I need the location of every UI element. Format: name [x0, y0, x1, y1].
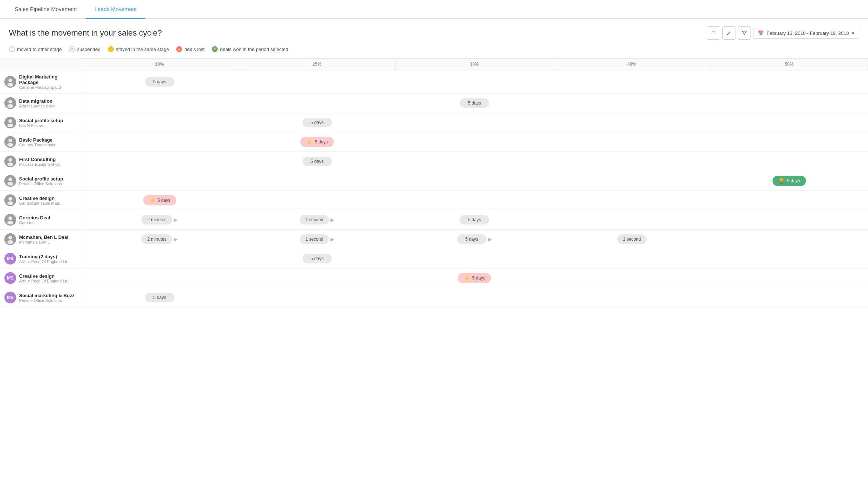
- stage-slot: [396, 297, 553, 298]
- stage-slot: [238, 180, 396, 182]
- deal-company: Correios: [19, 220, 50, 225]
- stage-slot: [553, 277, 711, 279]
- stage-slot: 5 days: [238, 117, 396, 128]
- tab-bar: Sales Pipeline Movement Leads Movement: [0, 0, 868, 19]
- stage-slot: [81, 122, 239, 123]
- avatar: [4, 136, 16, 148]
- avatar: [4, 156, 16, 167]
- deal-company: Arthur Price Of England Ltd: [19, 259, 69, 264]
- stage-slot: 1 second: [553, 234, 711, 245]
- date-picker-button[interactable]: 📅 February 13, 2018 - February 19, 2018 …: [753, 28, 859, 39]
- stage-bar[interactable]: ⚡5 days: [143, 195, 176, 205]
- menu-button[interactable]: ≡: [707, 26, 720, 40]
- svg-point-10: [8, 139, 12, 142]
- svg-point-5: [7, 104, 13, 108]
- svg-point-13: [8, 158, 12, 162]
- stage-slot: [710, 238, 868, 240]
- deal-info: Data migrationAlfa Insurance Corp: [4, 97, 76, 109]
- stage-bar[interactable]: 5 days: [145, 77, 174, 87]
- table-row: Digital Marketing PackageCaroline Packag…: [0, 70, 868, 94]
- stage-slot: 1 second▶: [238, 234, 396, 245]
- stage-slot: 5 days: [81, 76, 239, 87]
- stage-bar[interactable]: 5 days: [303, 254, 332, 263]
- deal-info: MSSocial marketing & BuzzPerkins Office …: [4, 292, 76, 303]
- expand-button[interactable]: ⤢: [722, 26, 735, 40]
- tab-leads-movement[interactable]: Leads Movement: [86, 0, 145, 19]
- avatar: [4, 117, 16, 128]
- deal-name: Creative design: [19, 273, 69, 279]
- deal-company: Mcmahan, Ben L: [19, 240, 68, 244]
- deal-name: Social profile setup: [19, 176, 63, 182]
- stage-slot: [396, 81, 553, 83]
- stage-bar[interactable]: ⚡5 days: [458, 273, 491, 283]
- stage-bar[interactable]: 5 days: [145, 293, 174, 302]
- stage-slot: 5 days: [81, 292, 239, 303]
- stage-bar[interactable]: 5 days: [457, 234, 487, 244]
- tab-sales-pipeline[interactable]: Sales Pipeline Movement: [6, 0, 86, 19]
- stage-slot: [238, 297, 396, 298]
- deal-info: Social profile setupBits N Pizzas: [4, 117, 76, 128]
- stage-slot: ⚡5 days: [238, 136, 396, 148]
- deal-name: Training (2 days): [19, 254, 69, 259]
- stage-slot: [396, 161, 553, 162]
- stage-slot: [553, 81, 711, 83]
- avatar: [4, 175, 16, 187]
- svg-point-1: [8, 79, 12, 82]
- stage-bar[interactable]: 1 second: [300, 234, 329, 244]
- stage-slot: 2 minutes▶: [81, 214, 239, 225]
- avatar: MS: [4, 253, 16, 264]
- stage-bar[interactable]: 5 days: [460, 215, 489, 225]
- stage-bar[interactable]: ⚡5 days: [300, 137, 333, 147]
- deal-column-header: [0, 58, 81, 70]
- stage-slot: [553, 161, 711, 162]
- stage-arrow: ▶: [330, 217, 334, 223]
- stage-slot: [81, 258, 239, 259]
- legend-won-label: deals won in the period selected: [220, 47, 288, 52]
- deal-info: Mcmahan, Ben L DealMcmahan, Ben L: [4, 233, 76, 245]
- legend-moved-label: moved to other stage: [17, 47, 62, 52]
- stages-cell: ⚡5 days: [81, 269, 868, 288]
- stage-bar[interactable]: 🏆5 days: [773, 176, 806, 186]
- stage-slot: 5 days: [396, 98, 553, 109]
- stages-cell: 5 days: [81, 113, 868, 132]
- stage-slot: ⚡5 days: [396, 272, 553, 284]
- stage-slot: [238, 81, 396, 83]
- stage-slot: [81, 180, 239, 182]
- tabs-container: Sales Pipeline Movement Leads Movement: [0, 0, 868, 19]
- stages-cell: 2 minutes▶1 second▶5 days: [81, 210, 868, 230]
- stage-bar[interactable]: 5 days: [303, 118, 332, 127]
- stage-bar[interactable]: 5 days: [460, 98, 489, 108]
- stage-slot: 5 days: [238, 253, 396, 264]
- calendar-icon: 📅: [758, 30, 764, 36]
- stage-slot: [81, 277, 239, 279]
- stage-bar[interactable]: 2 minutes: [141, 234, 172, 244]
- svg-point-22: [8, 216, 12, 220]
- filter-button[interactable]: [738, 26, 751, 40]
- deal-cell: Correios DealCorreios: [0, 210, 81, 230]
- stage-bar[interactable]: 1 second: [300, 215, 329, 225]
- stage-header-40: 40%: [553, 58, 711, 70]
- stage-bar[interactable]: 5 days: [303, 157, 332, 166]
- svg-point-26: [7, 240, 13, 244]
- stage-header-50: 50%: [710, 58, 868, 70]
- svg-point-11: [7, 143, 13, 147]
- stage-bar[interactable]: 1 second: [617, 234, 647, 244]
- stage-slot: [553, 102, 711, 104]
- deal-info: MSTraining (2 days)Arthur Price Of Engla…: [4, 253, 76, 264]
- stage-slot: [396, 122, 553, 123]
- deal-company: Alfa Insurance Corp: [19, 104, 55, 108]
- stage-slot: [553, 141, 711, 143]
- stage-slot: [553, 200, 711, 201]
- stages-cell: 5 days: [81, 288, 868, 307]
- stage-slot: [710, 200, 868, 201]
- svg-point-4: [8, 100, 12, 103]
- stage-slot: [238, 277, 396, 279]
- deal-company: Process Equipment Co: [19, 162, 61, 167]
- avatar: [4, 194, 16, 206]
- date-range-label: February 13, 2018 - February 19, 2018: [767, 30, 849, 36]
- avatar: MS: [4, 292, 16, 303]
- won-icon: 🏆: [212, 46, 218, 52]
- deal-cell: Basic PackageCountry Traditionals: [0, 132, 81, 152]
- stage-slot: ⚡5 days: [81, 194, 239, 206]
- stage-bar[interactable]: 2 minutes: [141, 215, 172, 225]
